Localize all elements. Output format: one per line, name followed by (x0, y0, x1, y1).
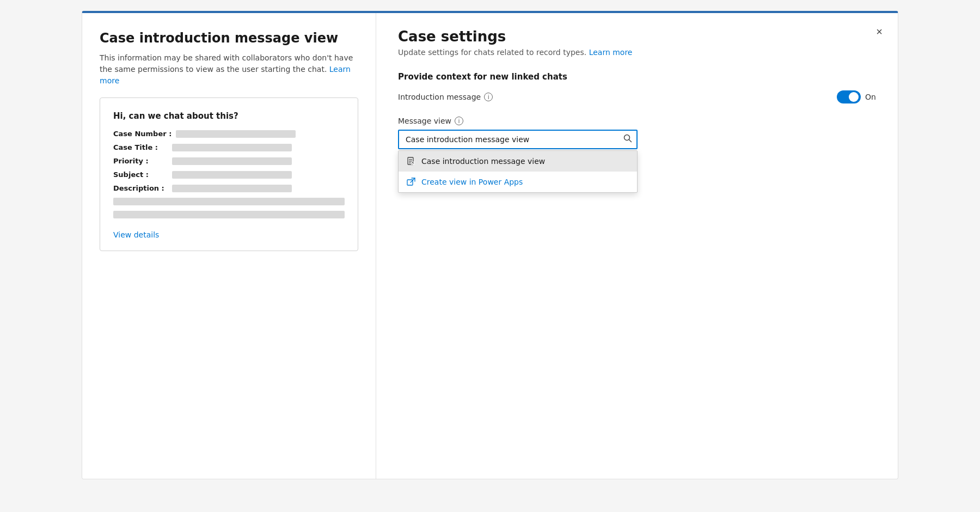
message-view-search-input[interactable] (398, 130, 638, 149)
main-container: Case introduction message view This info… (82, 11, 898, 479)
preview-row: Subject : (113, 170, 345, 179)
preview-case-number-label: Case Number : (113, 130, 171, 138)
search-input-container: Case introduction message view Create vi… (398, 130, 638, 149)
toggle-slider (837, 90, 861, 103)
preview-case-title-field (172, 144, 292, 151)
preview-case-title-label: Case Title : (113, 143, 168, 151)
preview-description-field (172, 185, 292, 192)
panel-title: Case settings (398, 28, 876, 45)
dropdown-item-case-view-label: Case introduction message view (421, 157, 545, 166)
search-icon (623, 134, 632, 143)
introduction-message-label: Introduction message i (398, 93, 493, 101)
message-view-info-icon[interactable]: i (455, 117, 463, 125)
search-button[interactable] (623, 134, 632, 145)
svg-line-1 (629, 140, 632, 142)
left-panel-description: This information may be shared with coll… (100, 52, 358, 87)
svg-rect-7 (407, 180, 413, 185)
preview-view-details-link[interactable]: View details (113, 230, 159, 239)
left-panel: Case introduction message view This info… (82, 13, 376, 479)
panel-subtitle: Update settings for chats related to rec… (398, 48, 876, 57)
right-panel: × Case settings Update settings for chat… (376, 13, 898, 479)
preview-description-label: Description : (113, 184, 168, 192)
preview-row: Case Number : (113, 130, 345, 138)
preview-priority-field (172, 157, 292, 165)
message-view-section: Message view i (398, 117, 876, 149)
preview-row: Case Title : (113, 143, 345, 151)
message-view-dropdown: Case introduction message view Create vi… (398, 150, 638, 193)
introduction-message-toggle[interactable] (837, 90, 861, 103)
dropdown-item-create-view-label: Create view in Power Apps (421, 178, 523, 186)
introduction-message-info-icon[interactable]: i (484, 93, 493, 101)
document-icon (406, 156, 416, 166)
introduction-message-row: Introduction message i On (398, 90, 876, 103)
toggle-on-label: On (865, 93, 876, 101)
preview-row: Priority : (113, 157, 345, 165)
dropdown-item-create-view[interactable]: Create view in Power Apps (399, 172, 637, 192)
dropdown-item-case-view[interactable]: Case introduction message view (399, 151, 637, 172)
message-view-label: Message view i (398, 117, 876, 125)
preview-priority-label: Priority : (113, 157, 168, 165)
right-learn-more-link[interactable]: Learn more (589, 48, 633, 57)
preview-spacer-1 (113, 198, 345, 205)
preview-row: Description : (113, 184, 345, 192)
toggle-container: On (837, 90, 876, 103)
left-panel-title: Case introduction message view (100, 31, 358, 46)
preview-subject-label: Subject : (113, 170, 168, 179)
preview-subject-field (172, 171, 292, 179)
preview-card: Hi, can we chat about this? Case Number … (100, 97, 358, 251)
preview-spacer-2 (113, 211, 345, 218)
preview-greeting: Hi, can we chat about this? (113, 111, 345, 121)
close-button[interactable]: × (874, 24, 885, 39)
section-title: Provide context for new linked chats (398, 72, 876, 82)
preview-case-number-field (176, 130, 296, 138)
external-link-icon (406, 177, 416, 187)
